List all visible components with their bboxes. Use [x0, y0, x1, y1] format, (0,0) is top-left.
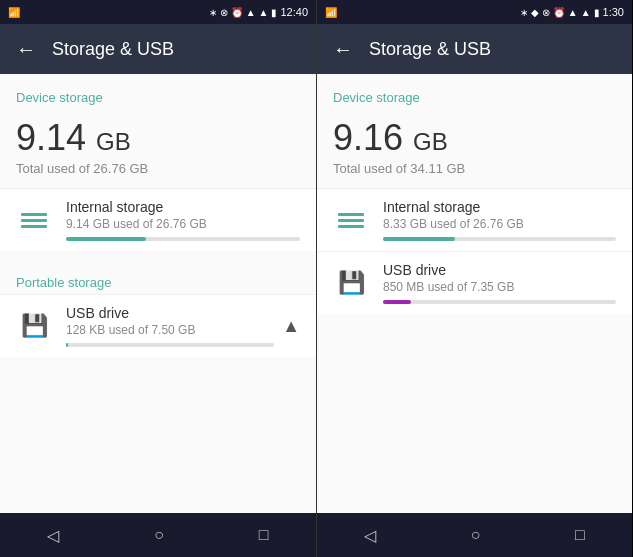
- storage-size-left: 9.14 GB: [0, 109, 316, 159]
- nav-back-left[interactable]: ◁: [47, 526, 59, 545]
- battery-icon-right: ▮: [594, 7, 600, 18]
- signal-icon: ▲: [246, 7, 256, 18]
- internal-storage-progress-bg-right: [383, 237, 616, 241]
- wifi-icon-right: ▲: [581, 7, 591, 18]
- alarm-icon: ⏰: [231, 7, 243, 18]
- status-bar-right-area: ∗ ⊗ ⏰ ▲ ▲ ▮ 12:40: [209, 6, 308, 18]
- internal-storage-item-left[interactable]: Internal storage 9.14 GB used of 26.76 G…: [0, 188, 316, 251]
- cancel-icon-right: ⊗: [542, 7, 550, 18]
- usb-drive-progress-bg-left: [66, 343, 274, 347]
- usb-purple-icon: 💾: [338, 270, 365, 296]
- usb-drive-info-right: USB drive 850 MB used of 7.35 GB: [383, 262, 616, 304]
- status-bar-right-right-icons: ∗ ◆ ⊗ ⏰ ▲ ▲ ▮ 1:30: [520, 6, 624, 18]
- internal-storage-detail-right: 8.33 GB used of 26.76 GB: [383, 217, 616, 231]
- status-bar-right-left-icons: 📶: [325, 7, 337, 18]
- back-button-left[interactable]: ←: [16, 38, 36, 61]
- device-storage-header-right: Device storage: [317, 74, 632, 109]
- back-button-right[interactable]: ←: [333, 38, 353, 61]
- internal-storage-progress-fill-left: [66, 237, 146, 241]
- panel-left: 📶 ∗ ⊗ ⏰ ▲ ▲ ▮ 12:40 ← Storage & USB Devi…: [0, 0, 316, 557]
- nav-recent-left[interactable]: □: [259, 526, 269, 544]
- usb-drive-detail-left: 128 KB used of 7.50 GB: [66, 323, 274, 337]
- top-bar-right: ← Storage & USB: [317, 24, 632, 74]
- alarm-icon-right: ⏰: [553, 7, 565, 18]
- bottom-nav-left: ◁ ○ □: [0, 513, 316, 557]
- status-time: 12:40: [280, 6, 308, 18]
- usb-drive-name-left: USB drive: [66, 305, 274, 321]
- storage-unit-right: GB: [413, 128, 448, 155]
- internal-storage-item-right[interactable]: Internal storage 8.33 GB used of 26.76 G…: [317, 188, 632, 251]
- panel-right: 📶 ∗ ◆ ⊗ ⏰ ▲ ▲ ▮ 1:30 ← Storage & USB Dev…: [316, 0, 632, 557]
- usb-drive-detail-right: 850 MB used of 7.35 GB: [383, 280, 616, 294]
- usb-drive-progress-fill-right: [383, 300, 411, 304]
- bluetooth-icon-right: ∗: [520, 7, 528, 18]
- storage-size-value-right: 9.16: [333, 117, 403, 158]
- content-right: Device storage 9.16 GB Total used of 34.…: [317, 74, 632, 513]
- internal-storage-icon-left: [16, 202, 52, 238]
- internal-storage-icon-right: [333, 202, 369, 238]
- device-storage-header-left: Device storage: [0, 74, 316, 109]
- nav-home-left[interactable]: ○: [154, 526, 164, 544]
- wifi-icon: ▲: [259, 7, 269, 18]
- dropbox-icon: ◆: [531, 7, 539, 18]
- page-title-left: Storage & USB: [52, 39, 174, 60]
- status-time-right: 1:30: [603, 6, 624, 18]
- nav-home-right[interactable]: ○: [471, 526, 481, 544]
- bluetooth-icon: ∗: [209, 7, 217, 18]
- storage-total-right: Total used of 34.11 GB: [317, 159, 632, 188]
- page-title-right: Storage & USB: [369, 39, 491, 60]
- usb-drive-item-left[interactable]: 💾 USB drive 128 KB used of 7.50 GB ▲: [0, 294, 316, 357]
- eject-icon-left[interactable]: ▲: [282, 316, 300, 337]
- status-bar-left-icons: 📶: [8, 7, 20, 18]
- internal-storage-info-right: Internal storage 8.33 GB used of 26.76 G…: [383, 199, 616, 241]
- usb-drive-name-right: USB drive: [383, 262, 616, 278]
- usb-gray-icon: 💾: [21, 313, 48, 339]
- storage-total-left: Total used of 26.76 GB: [0, 159, 316, 188]
- internal-storage-name-right: Internal storage: [383, 199, 616, 215]
- icon-internal-left: [20, 209, 48, 231]
- signal-icon-right: ▲: [568, 7, 578, 18]
- top-bar-left: ← Storage & USB: [0, 24, 316, 74]
- usb-drive-item-right[interactable]: 💾 USB drive 850 MB used of 7.35 GB: [317, 251, 632, 314]
- phone-icon: 📶: [8, 7, 20, 18]
- battery-icon: ▮: [271, 7, 277, 18]
- internal-storage-info-left: Internal storage 9.14 GB used of 26.76 G…: [66, 199, 300, 241]
- storage-size-right: 9.16 GB: [317, 109, 632, 159]
- internal-storage-progress-fill-right: [383, 237, 455, 241]
- status-bar-right: 📶 ∗ ◆ ⊗ ⏰ ▲ ▲ ▮ 1:30: [317, 0, 632, 24]
- cancel-icon: ⊗: [220, 7, 228, 18]
- icon-internal-right: [337, 209, 365, 231]
- internal-storage-name-left: Internal storage: [66, 199, 300, 215]
- internal-storage-detail-left: 9.14 GB used of 26.76 GB: [66, 217, 300, 231]
- content-left: Device storage 9.14 GB Total used of 26.…: [0, 74, 316, 513]
- usb-drive-info-left: USB drive 128 KB used of 7.50 GB: [66, 305, 274, 347]
- portable-section-left: Portable storage 💾 USB drive 128 KB used…: [0, 259, 316, 357]
- storage-size-value-left: 9.14: [16, 117, 86, 158]
- usb-drive-icon-right: 💾: [333, 265, 369, 301]
- nav-back-right[interactable]: ◁: [364, 526, 376, 545]
- usb-drive-progress-bg-right: [383, 300, 616, 304]
- bottom-nav-right: ◁ ○ □: [317, 513, 632, 557]
- storage-unit-left: GB: [96, 128, 131, 155]
- usb-drive-progress-fill-left: [66, 343, 68, 347]
- portable-storage-header-left: Portable storage: [0, 259, 316, 294]
- phone-icon-right: 📶: [325, 7, 337, 18]
- nav-recent-right[interactable]: □: [575, 526, 585, 544]
- usb-drive-icon-left: 💾: [16, 308, 52, 344]
- status-bar-left: 📶 ∗ ⊗ ⏰ ▲ ▲ ▮ 12:40: [0, 0, 316, 24]
- internal-storage-progress-bg-left: [66, 237, 300, 241]
